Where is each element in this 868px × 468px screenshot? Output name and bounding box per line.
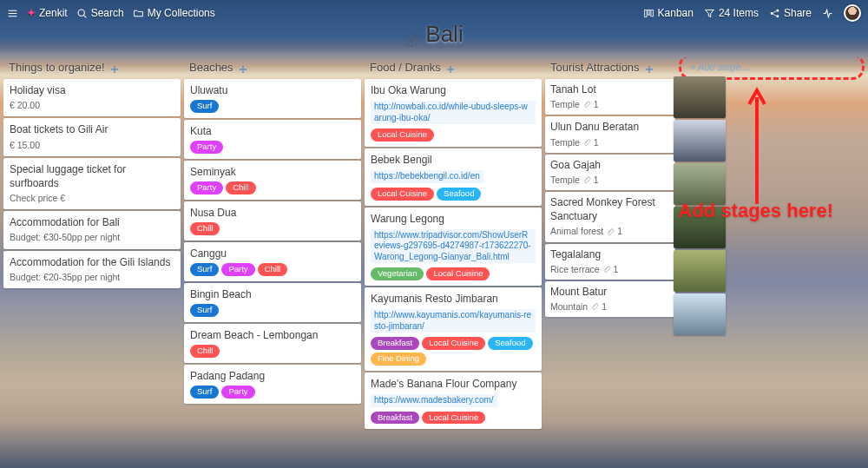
attach-count: 1 — [617, 225, 622, 237]
add-card-icon[interactable] — [110, 63, 119, 72]
card[interactable]: Mount BaturMountain1 — [545, 281, 675, 317]
tag: Local Cuisine — [422, 412, 485, 425]
board-title[interactable]: Bali — [425, 21, 463, 48]
card-title: Bingin Beach — [190, 287, 355, 301]
column-header[interactable]: Food / Dranks — [365, 57, 542, 79]
card-link[interactable]: http://nowbali.co.id/while-ubud-sleeps-w… — [371, 101, 536, 124]
card-subtext: € 15.00 — [10, 139, 174, 151]
card[interactable]: Warung Legonghttps://www.tripadvisor.com… — [365, 208, 542, 287]
card[interactable]: SeminyakPartyChill — [184, 161, 361, 200]
card-meta-label: Mountain — [550, 300, 588, 313]
card-thumbnail[interactable] — [674, 163, 726, 205]
card-tags: Chill — [190, 345, 355, 358]
card-meta-label: Rice terrace — [550, 263, 600, 275]
activity-button[interactable] — [822, 8, 833, 19]
tag: Local Cuisine — [371, 188, 434, 201]
share-icon — [769, 8, 780, 19]
tag: Chill — [190, 222, 220, 235]
card-subtext: Check price € — [10, 192, 174, 204]
card-meta: Temple1 — [550, 174, 670, 186]
card-title: Special luggage ticket for surfboards — [10, 162, 174, 190]
tag: Local Cuisine — [371, 129, 434, 142]
card-thumbnail[interactable] — [674, 120, 726, 161]
gear-icon[interactable] — [404, 27, 420, 43]
paperclip-icon — [602, 265, 611, 274]
brand[interactable]: ✦ Zenkit — [27, 7, 68, 19]
card[interactable]: Kayumanis Resto Jimbaranhttp://www.kayum… — [365, 287, 542, 371]
card[interactable]: Padang PadangSurfParty — [184, 365, 361, 404]
card[interactable]: Special luggage ticket for surfboardsChe… — [3, 158, 181, 210]
kanban-icon — [643, 8, 654, 19]
card-thumbnail[interactable] — [674, 76, 726, 118]
card-thumbnail[interactable] — [674, 293, 726, 335]
svg-point-0 — [78, 10, 84, 16]
column-food-dranks: Food / Dranks Ibu Oka Warunghttp://nowba… — [365, 57, 542, 429]
card[interactable]: Ulun Danu BeratanTemple1 — [545, 116, 675, 152]
board: Things to organize! Holiday visa€ 20.00B… — [3, 57, 865, 468]
card-tags: VegetarianLocal Cuisine — [371, 267, 536, 280]
column-header[interactable]: Tourist Attractions — [545, 57, 675, 79]
card[interactable]: Accommodation for BaliBudget: €30-50pp p… — [3, 211, 181, 248]
card-link[interactable]: https://bebekbengil.co.id/en — [371, 170, 483, 183]
card[interactable]: Bebek Bengilhttps://bebekbengil.co.id/en… — [365, 148, 542, 206]
card-title: Sacred Monkey Forest Sanctuary — [550, 195, 670, 223]
card[interactable]: Ibu Oka Warunghttp://nowbali.co.id/while… — [365, 79, 542, 147]
card[interactable]: Dream Beach - LembonganChill — [184, 324, 361, 363]
collections-button[interactable]: My Collections — [133, 7, 215, 19]
collections-label: My Collections — [148, 7, 215, 19]
svg-rect-1 — [644, 10, 646, 16]
add-card-icon[interactable] — [239, 63, 247, 72]
card-subtext: Budget: €20-35pp per night — [10, 271, 174, 283]
card[interactable]: Bingin BeachSurf — [184, 283, 361, 322]
card[interactable]: Holiday visa€ 20.00 — [3, 79, 181, 116]
card[interactable]: Goa GajahTemple1 — [545, 155, 675, 190]
card[interactable]: Nusa DuaChill — [184, 201, 361, 241]
card-title: Bebek Bengil — [371, 153, 536, 167]
tag: Breakfast — [371, 337, 419, 350]
card-title: Made's Banana Flour Company — [371, 377, 536, 391]
tag: Chill — [190, 345, 220, 358]
card[interactable]: TegalalangRice terrace1 — [545, 244, 675, 280]
card-title: Accommodation for Bali — [10, 215, 174, 229]
annotation-text: Add stages here! — [679, 200, 834, 222]
search-button[interactable]: Search — [76, 7, 124, 19]
card[interactable]: CangguSurfPartyChill — [184, 242, 361, 281]
tag: Party — [190, 141, 223, 154]
card[interactable]: Boat tickets to Gili Air€ 15.00 — [3, 118, 181, 155]
card-tags: Local Cuisine — [371, 129, 536, 142]
card-title: Warung Legong — [371, 212, 536, 226]
column-header[interactable]: Beaches — [184, 57, 361, 79]
tag: Chill — [258, 263, 287, 276]
card-link[interactable]: https://www.tripadvisor.com/ShowUserRevi… — [371, 229, 536, 264]
card[interactable]: Tanah LotTemple1 — [545, 79, 675, 115]
card-tags: BreakfastLocal CuisineSeafoodFine Dining — [371, 337, 536, 366]
card-title: Canggu — [190, 247, 355, 260]
card[interactable]: Sacred Monkey Forest SanctuaryAnimal for… — [545, 192, 675, 242]
filter-button[interactable]: 24 Items — [704, 7, 759, 19]
menu-button[interactable] — [7, 8, 18, 19]
add-card-icon[interactable] — [446, 63, 455, 72]
view-kanban[interactable]: Kanban — [643, 7, 694, 19]
card[interactable]: Accommodation for the Gili IslandsBudget… — [3, 251, 181, 288]
card-thumbnail[interactable] — [674, 250, 726, 292]
tag: Fine Dining — [371, 353, 426, 366]
card-title: Uluwatu — [190, 83, 355, 97]
paperclip-icon — [582, 100, 591, 109]
card-title: Goa Gajah — [550, 158, 670, 172]
add-card-icon[interactable] — [645, 63, 654, 72]
card-tags: SurfParty — [190, 386, 355, 399]
attach-count: 1 — [594, 136, 599, 148]
tag: Local Cuisine — [422, 337, 485, 350]
card-tags: Party — [190, 141, 355, 154]
card-title: Boat tickets to Gili Air — [10, 122, 174, 136]
card-link[interactable]: https://www.madesbakery.com/ — [371, 394, 497, 407]
annotation-arrow — [746, 87, 768, 204]
card-link[interactable]: http://www.kayumanis.com/kayumanis-resto… — [371, 309, 536, 333]
column-header[interactable]: Things to organize! — [3, 57, 181, 79]
card[interactable]: Made's Banana Flour Companyhttps://www.m… — [365, 372, 542, 430]
card[interactable]: KutaParty — [184, 120, 361, 159]
share-button[interactable]: Share — [769, 7, 812, 19]
card[interactable]: UluwatuSurf — [184, 79, 361, 118]
paperclip-icon — [582, 138, 591, 147]
avatar[interactable] — [844, 4, 861, 22]
